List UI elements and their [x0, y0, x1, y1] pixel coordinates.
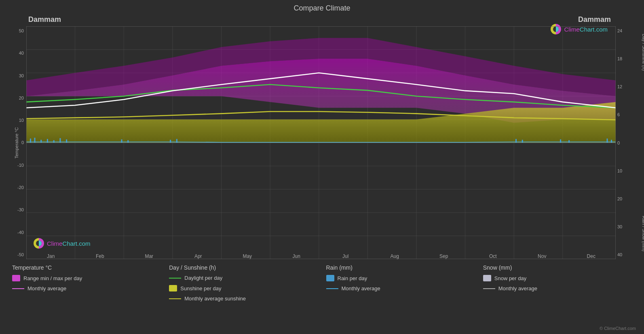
- x-tick-feb: Feb: [76, 252, 125, 259]
- legend-sunshine-avg: Monthly average sunshine: [169, 296, 318, 302]
- x-tick-jul: Jul: [321, 252, 370, 259]
- x-tick-dec: Dec: [567, 252, 616, 259]
- legend-temp-avg: Monthly average: [12, 285, 161, 291]
- legend-area: Temperature °C Range min / max per day M…: [0, 261, 644, 330]
- y-right-12: 12: [617, 84, 622, 89]
- x-tick-may: May: [223, 252, 272, 259]
- logo-text-bottom: ClimeChart.com: [47, 240, 91, 247]
- y-axis-right: 24 18 12 6 0 10 20 30 40 Day / Sunshine …: [616, 26, 644, 259]
- legend-temp-title: Temperature °C: [12, 264, 161, 271]
- x-tick-apr: Apr: [174, 252, 223, 259]
- legend-rain-per-day: Rain per day: [326, 275, 475, 281]
- y-tick-m30: -30: [17, 207, 24, 212]
- legend-rain-avg: Monthly average: [326, 285, 475, 291]
- y-tick-30: 30: [19, 73, 24, 78]
- page-title: Compare Climate: [0, 0, 644, 13]
- y-right-18: 18: [617, 56, 622, 61]
- y-tick-50: 50: [19, 28, 24, 33]
- legend-rain-title: Rain (mm): [326, 264, 475, 271]
- y-axis-right-sunshine-label: Day / Sunshine (h): [642, 34, 644, 70]
- y-right-6: 6: [617, 112, 620, 117]
- x-tick-nov: Nov: [517, 252, 567, 259]
- legend-daylight: Daylight per day: [169, 275, 318, 281]
- legend-temp-range: Range min / max per day: [12, 275, 161, 281]
- legend-sunshine-title: Day / Sunshine (h): [169, 264, 318, 271]
- y-right-40: 40: [617, 252, 622, 257]
- legend-col-sunshine: Day / Sunshine (h) Daylight per day Suns…: [165, 264, 322, 330]
- x-tick-mar: Mar: [125, 252, 174, 259]
- legend-snow-per-day: Snow per day: [483, 275, 632, 281]
- y-right-24: 24: [617, 28, 622, 33]
- y-axis-right-rain-label: Rain / Snow (mm): [642, 215, 644, 251]
- legend-col-rain: Rain (mm) Rain per day Monthly average: [322, 264, 479, 330]
- y-right-30: 30: [617, 224, 622, 229]
- y-right-10: 10: [617, 168, 622, 173]
- y-tick-20: 20: [19, 96, 24, 100]
- y-tick-m40: -40: [17, 230, 24, 235]
- y-tick-m50: -50: [17, 252, 24, 257]
- logo-icon-bottom: [33, 238, 44, 249]
- y-axis-left-label-text: Temperature °C: [14, 127, 19, 158]
- main-chart-svg: [26, 26, 616, 259]
- x-tick-jun: Jun: [272, 252, 321, 259]
- x-tick-sep: Sep: [419, 252, 469, 259]
- copyright: © ClimeChart.com: [600, 326, 636, 331]
- y-tick-m20: -20: [17, 185, 24, 190]
- logo-bottom-left: ClimeChart.com: [33, 238, 91, 249]
- y-axis-left: Temperature °C 50 40 30 20 10 0 -10 -20 …: [0, 26, 26, 259]
- x-tick-jan: Jan: [26, 252, 76, 259]
- svg-marker-28: [26, 102, 616, 143]
- y-right-20: 20: [617, 196, 622, 201]
- legend-col-snow: Snow (mm) Snow per day Monthly average: [479, 264, 636, 330]
- legend-sunshine-per-day: Sunshine per day: [169, 285, 318, 291]
- legend-col-temperature: Temperature °C Range min / max per day M…: [8, 264, 165, 330]
- city-label-right: Dammam: [578, 15, 611, 24]
- y-right-0: 0: [617, 140, 620, 145]
- x-tick-oct: Oct: [469, 252, 518, 259]
- y-tick-0: 0: [21, 140, 24, 145]
- y-tick-m10: -10: [17, 163, 24, 168]
- x-tick-aug: Aug: [370, 252, 420, 259]
- y-tick-10: 10: [19, 118, 24, 123]
- y-tick-40: 40: [19, 51, 24, 55]
- city-label-left: Dammam: [28, 15, 61, 24]
- legend-snow-title: Snow (mm): [483, 264, 632, 271]
- legend-snow-avg: Monthly average: [483, 285, 632, 291]
- x-axis: Jan Feb Mar Apr May Jun Jul Aug Sep Oct …: [26, 252, 616, 259]
- chart-inner: [26, 26, 616, 259]
